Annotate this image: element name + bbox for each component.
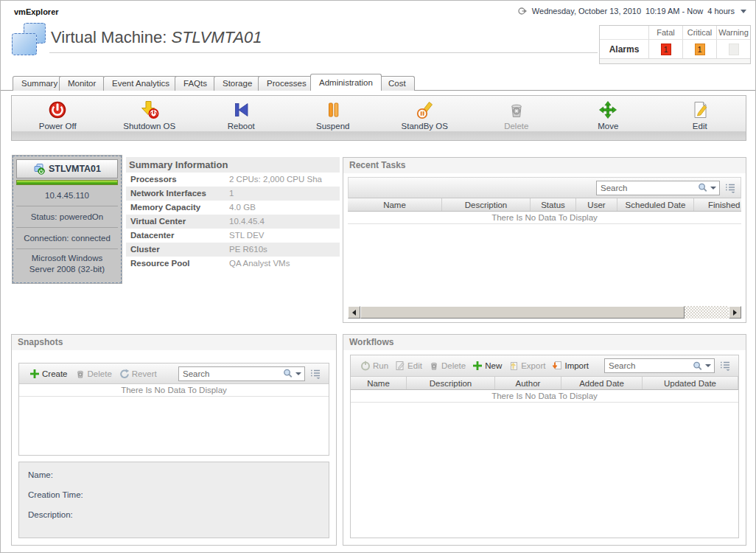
alarms-row-label: Alarms (609, 44, 640, 55)
scrollbar-track[interactable] (360, 306, 729, 319)
edit-icon (395, 361, 405, 371)
workflows-title: Workflows (343, 335, 746, 350)
timezone-clock-icon (518, 7, 528, 15)
column-header[interactable]: Name (351, 377, 407, 389)
snapshots-list-box: Create Delete Revert There Is N (18, 363, 329, 456)
row-label: Memory Capacity (126, 201, 229, 215)
power-off-button[interactable]: Power Off (12, 96, 104, 140)
scroll-right-button[interactable] (729, 306, 741, 319)
summary-information-title: Summary Information (126, 157, 340, 173)
column-header[interactable]: Author (495, 377, 561, 389)
summary-information-panel: Summary Information Processors2 CPUs: 2,… (126, 157, 340, 271)
search-input[interactable] (601, 184, 697, 192)
power-off-icon (48, 100, 67, 119)
row-value: QA Analyst VMs (229, 257, 340, 271)
shutdown-os-button[interactable]: Shutdown OS (104, 96, 196, 140)
vm-name: STLVMTA01 (49, 164, 101, 174)
column-header[interactable]: Name (348, 198, 442, 211)
vm-power-status: Status: poweredOn (16, 206, 118, 227)
revert-icon (119, 369, 130, 379)
plus-icon (472, 361, 483, 371)
trash-icon (507, 100, 526, 119)
column-header[interactable]: Description (442, 198, 531, 211)
scroll-left-button[interactable] (348, 306, 360, 319)
search-icon[interactable] (282, 368, 293, 379)
search-box[interactable] (604, 358, 715, 373)
summary-row: Memory Capacity4.0 GB (126, 201, 340, 215)
vm-connection-status: Connection: connected (16, 227, 118, 248)
tab-administration[interactable]: Administration (310, 74, 382, 91)
import-workflow-button[interactable]: Import (552, 361, 589, 371)
scrollbar-thumb[interactable] (360, 306, 685, 319)
move-button[interactable]: Move (562, 96, 654, 140)
row-value: 2 CPUs: 2,000 CPU Sha (229, 173, 340, 187)
time-range-duration: 4 hours (707, 7, 735, 15)
column-header[interactable]: Added Date (561, 377, 643, 389)
tab-storage[interactable]: Storage (214, 76, 261, 91)
vm-summary-card[interactable]: STLVMTA01 10.4.45.110 Status: poweredOn … (13, 156, 122, 283)
column-header[interactable]: Updated Date (643, 377, 738, 389)
column-header[interactable]: Scheduled Date (617, 198, 694, 211)
tab-event-analytics[interactable]: Event Analytics (103, 76, 178, 91)
column-header[interactable]: Status (531, 198, 576, 211)
search-options-arrow-icon[interactable] (705, 364, 711, 367)
button-label: StandBy OS (402, 122, 448, 131)
horizontal-scrollbar[interactable] (348, 306, 741, 319)
fatal-alarm-badge[interactable]: 1 (661, 44, 671, 55)
left-arrow-icon (352, 310, 356, 316)
workflows-list-box: Run Edit Delete New Export (350, 355, 739, 538)
create-snapshot-button[interactable]: Create (29, 369, 68, 379)
search-box[interactable] (596, 181, 720, 195)
search-input[interactable] (183, 369, 282, 378)
column-header[interactable]: Description (407, 377, 495, 389)
recent-tasks-toolbar (348, 177, 741, 198)
recent-tasks-title: Recent Tasks (343, 158, 746, 173)
vm-os-name: Microsoft Windows Server 2008 (32-bit) (16, 248, 118, 279)
recent-tasks-panel: Recent Tasks Name Description Status Use… (343, 157, 746, 323)
vm-ip-address: 10.4.45.110 (16, 185, 118, 206)
snapshots-toolbar: Create Delete Revert (19, 364, 329, 384)
new-workflow-button[interactable]: New (472, 361, 502, 371)
reboot-button[interactable]: Reboot (195, 96, 287, 140)
search-icon[interactable] (692, 361, 703, 372)
revert-snapshot-button: Revert (119, 369, 157, 379)
alarms-corner-cell (600, 26, 648, 39)
button-label: Power Off (39, 122, 77, 131)
move-icon (598, 100, 617, 119)
row-value: 10.4.45.4 (229, 215, 340, 229)
summary-row: Resource PoolQA Analyst VMs (126, 257, 340, 271)
button-label: Edit (407, 361, 422, 370)
row-label: Cluster (126, 243, 229, 257)
suspend-button[interactable]: Suspend (287, 96, 379, 140)
button-label: Delete (88, 369, 112, 378)
column-header[interactable]: Finished Date (694, 198, 741, 211)
export-icon (508, 361, 519, 371)
edit-icon (690, 100, 710, 119)
table-customizer-icon[interactable] (719, 361, 731, 371)
summary-row: Virtual Center10.4.45.4 (126, 215, 340, 229)
critical-alarm-badge[interactable]: 1 (695, 44, 705, 55)
tab-monitor[interactable]: Monitor (59, 76, 105, 91)
time-range-selector[interactable]: Wednesday, October 13, 2010 10:19 AM - N… (518, 7, 746, 15)
edit-button[interactable]: Edit (654, 96, 746, 140)
tab-faqts[interactable]: FAQts (175, 76, 216, 91)
search-input[interactable] (609, 361, 692, 370)
table-customizer-icon[interactable] (724, 183, 736, 193)
table-customizer-icon[interactable] (309, 369, 321, 379)
tab-processes[interactable]: Processes (258, 76, 315, 91)
tab-cost[interactable]: Cost (379, 76, 415, 91)
column-header[interactable]: User (576, 198, 617, 211)
search-icon[interactable] (697, 182, 708, 193)
alarms-summary-table: Fatal Critical Warning Alarms 1 1 (599, 25, 751, 64)
summary-row: Processors2 CPUs: 2,000 CPU Sha (126, 173, 340, 187)
button-label: Export (521, 361, 545, 370)
row-value: PE R610s (229, 243, 340, 257)
reboot-icon (231, 100, 251, 119)
button-label: Revert (132, 369, 157, 378)
button-label: Edit (693, 122, 707, 131)
search-box[interactable] (178, 366, 305, 381)
standby-os-button[interactable]: StandBy OS (379, 96, 471, 140)
search-options-arrow-icon[interactable] (295, 372, 301, 375)
virtual-machine-icon (12, 23, 47, 57)
search-options-arrow-icon[interactable] (710, 187, 716, 189)
